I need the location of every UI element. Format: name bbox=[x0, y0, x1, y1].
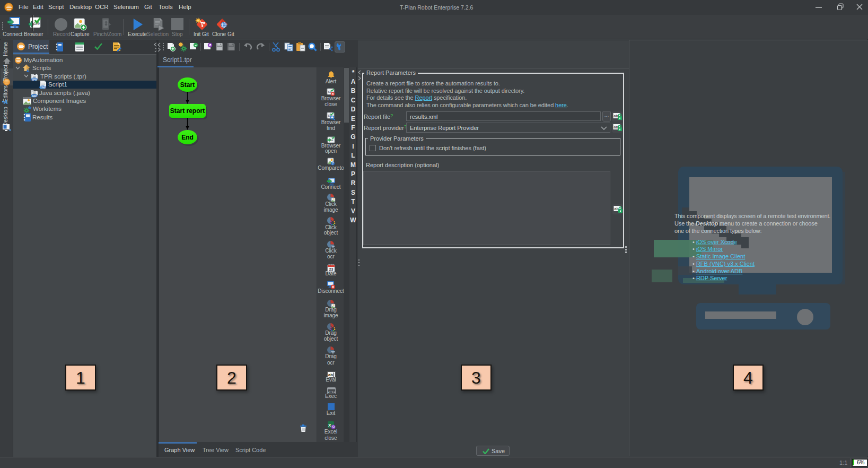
svg-text:TPR: TPR bbox=[40, 86, 46, 89]
svg-text:Start report: Start report bbox=[170, 107, 205, 115]
svg-text:End: End bbox=[181, 134, 194, 141]
svg-text:X: X bbox=[328, 423, 331, 428]
svg-text:JAV: JAV bbox=[32, 94, 37, 98]
svg-text:Start: Start bbox=[180, 81, 195, 89]
svg-text:ab: ab bbox=[614, 114, 618, 118]
svg-text:ab: ab bbox=[614, 125, 618, 129]
svg-text:ab: ab bbox=[615, 207, 619, 211]
